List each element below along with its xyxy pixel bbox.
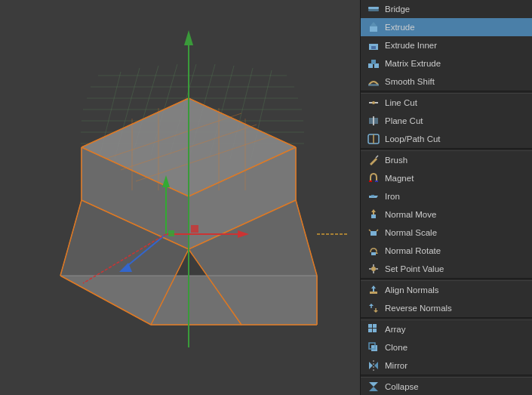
svg-rect-103 (371, 345, 377, 351)
menu-label-iron: Iron (385, 192, 400, 201)
menu-item-clone[interactable]: Clone (361, 338, 532, 356)
menu-label-bridge: Bridge (385, 5, 410, 14)
menu-item-collapse[interactable]: Collapse (361, 378, 532, 395)
svg-rect-94 (370, 292, 377, 294)
svg-rect-60 (368, 9, 379, 11)
menu-label-normal-move: Normal Move (385, 210, 436, 219)
svg-rect-56 (168, 230, 174, 236)
menu-item-normal-rotate[interactable]: Normal Rotate (361, 242, 532, 260)
svg-point-70 (372, 101, 375, 104)
menu-item-magnet[interactable]: Magnet (361, 169, 532, 187)
menu-label-line-cut: Line Cut (385, 98, 417, 107)
svg-rect-100 (373, 324, 377, 328)
svg-rect-79 (371, 214, 376, 218)
array-icon (367, 322, 380, 336)
menu-item-brush[interactable]: Brush (361, 151, 532, 169)
menu-label-extrude: Extrude (385, 23, 415, 32)
reverse-normals-icon (367, 301, 380, 315)
magnet-icon (367, 171, 380, 185)
menu-item-reverse-normals[interactable]: Reverse Normals (361, 299, 532, 317)
svg-marker-81 (371, 209, 376, 212)
smooth-shift-icon (367, 75, 380, 88)
svg-marker-105 (369, 362, 373, 369)
svg-line-83 (369, 230, 371, 231)
menu-label-align-normals: Align Normals (385, 285, 439, 295)
menu-label-brush: Brush (385, 156, 407, 165)
menu-item-normal-scale[interactable]: Normal Scale (361, 224, 532, 242)
menu-item-normal-move[interactable]: Normal Move (361, 205, 532, 224)
menu-label-array: Array (385, 325, 405, 334)
menu-item-set-point-value[interactable]: Set Point Value (361, 260, 532, 278)
svg-rect-82 (371, 231, 377, 236)
svg-rect-78 (371, 195, 374, 196)
normal-move-icon (367, 208, 380, 221)
extrude-inner-icon (367, 39, 380, 52)
align-normals-icon (367, 283, 380, 297)
bridge-icon (367, 2, 380, 16)
svg-marker-93 (371, 285, 376, 289)
svg-rect-68 (368, 84, 379, 86)
mirror-icon (367, 359, 380, 372)
svg-rect-59 (368, 7, 379, 9)
menu-item-bridge[interactable]: Bridge (361, 0, 532, 18)
svg-point-87 (371, 267, 376, 271)
svg-rect-102 (373, 329, 377, 332)
matrix-extrude-icon (367, 57, 380, 70)
iron-icon (367, 190, 380, 203)
plane-cut-icon (367, 114, 380, 128)
normal-scale-icon (367, 226, 380, 239)
menu-label-smooth-shift: Smooth Shift (385, 77, 435, 86)
menu-label-extrude-inner: Extrude Inner (385, 41, 437, 50)
svg-rect-67 (371, 60, 376, 64)
menu-item-array[interactable]: Array (361, 320, 532, 338)
menu-label-collapse: Collapse (385, 382, 419, 391)
svg-marker-106 (374, 362, 378, 369)
menu-item-plane-cut[interactable]: Plane Cut (361, 112, 532, 130)
svg-rect-64 (371, 46, 376, 49)
normal-rotate-icon (367, 244, 380, 258)
menu-item-iron[interactable]: Iron (361, 187, 532, 205)
menu-label-matrix-extrude: Matrix Extrude (385, 59, 441, 68)
svg-rect-99 (368, 324, 372, 328)
menu-label-mirror: Mirror (385, 361, 407, 370)
menu-label-magnet: Magnet (385, 174, 414, 183)
svg-marker-98 (374, 310, 378, 313)
menu-item-extrude[interactable]: Extrude (361, 18, 532, 36)
menu-label-normal-rotate: Normal Rotate (385, 246, 441, 255)
loop-path-cut-icon (367, 132, 380, 146)
right-panel: BridgeExtrudeExtrude InnerMatrix Extrude… (360, 0, 532, 395)
menu-label-reverse-normals: Reverse Normals (385, 304, 452, 313)
menu-item-extrude-inner[interactable]: Extrude Inner (361, 36, 532, 54)
extrude-icon (367, 20, 380, 34)
menu-label-plane-cut: Plane Cut (385, 116, 423, 125)
svg-rect-61 (370, 26, 377, 32)
menu-label-set-point-value: Set Point Value (385, 264, 444, 273)
svg-marker-96 (369, 304, 374, 306)
collapse-icon (367, 380, 380, 393)
line-cut-icon (367, 96, 380, 110)
svg-rect-55 (191, 225, 198, 233)
menu-item-loop-path-cut[interactable]: Loop/Path Cut (361, 130, 532, 148)
menu-item-smooth-shift[interactable]: Smooth Shift (361, 73, 532, 91)
svg-marker-108 (369, 382, 378, 387)
svg-marker-62 (370, 22, 377, 26)
menu-item-align-normals[interactable]: Align Normals (361, 281, 532, 299)
menu-item-line-cut[interactable]: Line Cut (361, 94, 532, 112)
viewport-area[interactable] (0, 0, 360, 395)
clone-icon (367, 341, 380, 354)
svg-line-75 (376, 156, 378, 158)
menu-label-normal-scale: Normal Scale (385, 228, 437, 237)
svg-rect-101 (368, 329, 372, 332)
svg-rect-86 (371, 252, 376, 255)
menu-label-clone: Clone (385, 343, 407, 352)
menu-label-loop-path-cut: Loop/Path Cut (385, 134, 441, 143)
set-point-value-icon (367, 262, 380, 276)
svg-marker-109 (369, 387, 378, 391)
brush-icon (367, 153, 380, 167)
menu-item-matrix-extrude[interactable]: Matrix Extrude (361, 54, 532, 73)
svg-line-84 (377, 230, 378, 231)
menu-item-mirror[interactable]: Mirror (361, 356, 532, 375)
